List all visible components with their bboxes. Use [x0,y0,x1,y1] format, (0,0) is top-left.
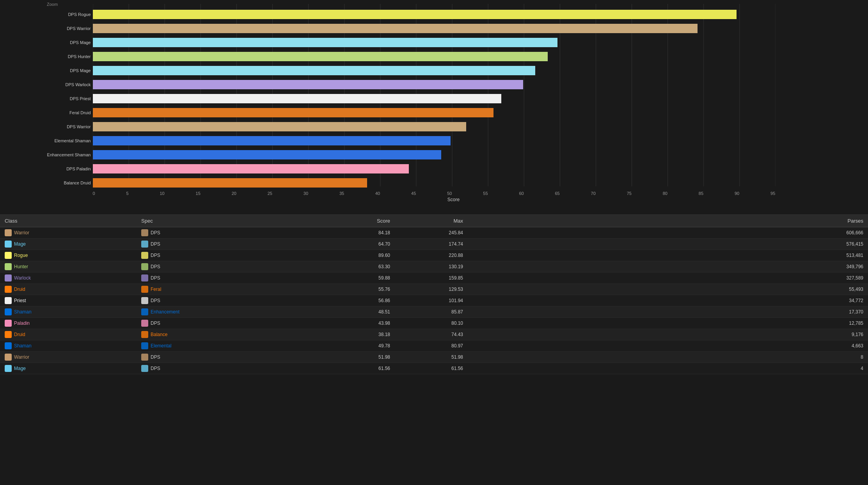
table-row: MageDPS61.5661.564 [0,363,868,374]
spec-cell: DPS [137,318,322,329]
x-tick: 90 [735,191,739,196]
bar [93,122,467,131]
parses-cell: 4,663 [468,340,868,352]
max-cell: 130.19 [395,261,468,273]
chart-inner: DPS RogueDPS WarriorDPS MageDPS HunterDP… [93,4,815,202]
spec-cell: DPS [137,363,322,374]
bar-row: Enhancement Shaman [93,148,815,161]
parses-cell: 513,481 [468,250,868,261]
table-body: WarriorDPS84.18245.84606,666MageDPS64.70… [0,227,868,374]
bar-row: DPS Hunter [93,50,815,63]
parses-cell: 55,493 [468,284,868,295]
class-cell: Mage [0,363,137,374]
class-cell: Warrior [0,227,137,239]
x-tick: 50 [447,191,452,196]
spec-name: DPS [151,241,160,247]
class-name: Hunter [14,264,28,269]
spec-icon [141,252,148,259]
max-cell: 101.94 [395,295,468,306]
x-tick: 75 [627,191,632,196]
max-cell: 85.87 [395,306,468,318]
parses-cell: 576,415 [468,239,868,250]
col-parses: Parses [468,215,868,227]
parses-cell: 12,785 [468,318,868,329]
spec-icon [141,342,148,349]
spec-name: DPS [151,354,160,360]
col-score: Score [322,215,395,227]
spec-icon [141,331,148,338]
col-max: Max [395,215,468,227]
spec-icon [141,354,148,361]
spec-cell: DPS [137,261,322,273]
class-cell: Shaman [0,340,137,352]
spec-cell: DPS [137,227,322,239]
class-cell: Rogue [0,250,137,261]
bar-row: DPS Warrior [93,120,815,133]
x-tick: 60 [519,191,524,196]
spec-cell: Balance [137,329,322,340]
class-icon [5,354,12,361]
spec-icon [141,274,148,281]
class-cell: Priest [0,295,137,306]
x-axis-title: Score [93,197,815,202]
spec-name: DPS [151,230,160,235]
bar [93,150,442,159]
table-row: WarriorDPS84.18245.84606,666 [0,227,868,239]
x-tick: 95 [770,191,775,196]
table-row: ShamanElemental49.7880.974,663 [0,340,868,352]
x-tick: 70 [591,191,596,196]
class-icon [5,365,12,372]
max-cell: 80.97 [395,340,468,352]
class-cell: Hunter [0,261,137,273]
table-row: WarriorDPS51.9851.988 [0,352,868,363]
score-cell: 38.18 [322,329,395,340]
x-tick: 5 [126,191,128,196]
spec-icon [141,229,148,236]
bar-label: Balance Druid [40,181,91,185]
spec-icon [141,286,148,293]
bar-label: Feral Druid [40,110,91,115]
spec-name: DPS [151,320,160,326]
bar-row: Elemental Shaman [93,134,815,147]
score-cell: 43.98 [322,318,395,329]
x-tick: 65 [555,191,559,196]
table-row: ShamanEnhancement48.5185.8717,370 [0,306,868,318]
bar-row: DPS Warrior [93,22,815,35]
x-tick: 25 [268,191,272,196]
bar-row: DPS Priest [93,92,815,105]
table-row: PaladinDPS43.9880.1012,785 [0,318,868,329]
bar-row: Balance Druid [93,176,815,189]
x-tick: 0 [93,191,95,196]
bar-label: DPS Hunter [40,54,91,59]
spec-cell: DPS [137,273,322,284]
class-cell: Mage [0,239,137,250]
table-header: Class Spec Score Max Parses [0,215,868,227]
x-tick: 10 [160,191,164,196]
spec-cell: Elemental [137,340,322,352]
spec-name: DPS [151,298,160,303]
spec-name: Balance [151,332,167,337]
class-name: Priest [14,298,26,303]
bar [93,178,367,188]
max-cell: 220.88 [395,250,468,261]
bar-label: DPS Mage [40,68,91,73]
bar-row: DPS Mage [93,64,815,77]
spec-name: Elemental [151,343,171,349]
table-row: WarlockDPS59.88159.85327,589 [0,273,868,284]
bar-row: Feral Druid [93,106,815,119]
class-cell: Druid [0,284,137,295]
spec-cell: DPS [137,250,322,261]
score-cell: 89.60 [322,250,395,261]
class-name: Warrior [14,230,29,235]
x-tick: 45 [411,191,416,196]
bar [93,94,501,103]
parses-cell: 34,772 [468,295,868,306]
max-cell: 51.98 [395,352,468,363]
spec-name: Feral [151,287,161,292]
score-cell: 59.88 [322,273,395,284]
spec-cell: Enhancement [137,306,322,318]
bar [93,66,535,75]
class-name: Warrior [14,354,29,360]
bar-label: DPS Priest [40,96,91,101]
bar-chart-rows: DPS RogueDPS WarriorDPS MageDPS HunterDP… [93,4,815,189]
